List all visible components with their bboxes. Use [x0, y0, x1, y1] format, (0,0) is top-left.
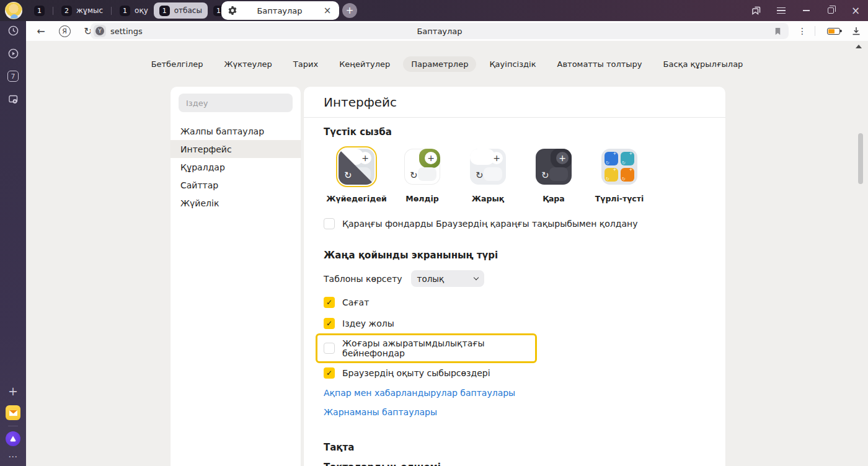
checkbox-label: Браузердің оқыту сыбырсөздері	[342, 368, 490, 378]
nav-extensions[interactable]: Кеңейтулер	[331, 56, 398, 72]
tab-count-badge: 1	[120, 6, 130, 16]
selected-theme-ring: + ↻	[336, 146, 377, 187]
downloads-icon[interactable]	[847, 21, 866, 41]
tab-group-label: отбасы	[174, 6, 202, 15]
checkbox-dark-backgrounds[interactable]	[324, 218, 335, 229]
bookmark-flag-icon[interactable]	[770, 21, 785, 41]
scrollbar-thumb[interactable]	[858, 133, 863, 184]
tableau-label: Таблоны көрсету	[324, 274, 402, 284]
restore-icon[interactable]	[818, 0, 843, 21]
theme-system[interactable]: + ↻ Жүйедегідей	[324, 146, 389, 203]
settings-sections-list: Жалпы баптаулар Интерфейс Құралдар Сайтт…	[170, 122, 301, 212]
kebab-menu-icon[interactable]: ⋮	[795, 21, 810, 41]
toolbar: ← Я ↻ Y settings Баптаулар ⋮	[26, 21, 868, 41]
side-rail: 7 + ⋯	[0, 21, 26, 466]
toolbar-divider	[815, 26, 815, 36]
tab-bar: 1 2 жұмыс 1 оқу 1 отбасы 1 хобби	[0, 0, 868, 21]
sidebar-item-sites[interactable]: Сайттар	[170, 176, 301, 194]
group-separator	[53, 7, 53, 15]
theme-label: Қара	[542, 194, 565, 203]
plus-icon: +	[359, 152, 371, 164]
chevron-down-icon	[473, 275, 478, 280]
refresh-icon: ↻	[344, 170, 352, 181]
sidebar-item-system[interactable]: Жүйелік	[170, 194, 301, 212]
close-tab-icon[interactable]: ×	[322, 5, 333, 16]
ads-settings-link[interactable]: Жарнаманы баптаулары	[324, 407, 706, 417]
new-tab-section-title: Жаңа қойынды экранының түрі	[324, 250, 706, 261]
refresh-icon: ↻	[476, 170, 484, 181]
blue-tile	[604, 152, 618, 165]
close-window-icon[interactable]: ×	[843, 0, 868, 21]
battery-icon[interactable]	[822, 21, 844, 41]
theme-transparent[interactable]: + ↻ Мөлдір	[389, 146, 455, 203]
profile-avatar[interactable]	[5, 2, 22, 19]
hd-video-backgrounds-row-highlighted: Жоғары ажыратымдылықтағы бейнефондар	[316, 333, 537, 363]
new-tab-button[interactable]: +	[342, 3, 357, 18]
plus-icon: +	[425, 152, 437, 164]
yandex-logo-icon[interactable]: Я	[56, 21, 73, 41]
theme-label: Жүйедегідей	[326, 194, 386, 203]
gear-icon	[228, 6, 237, 15]
color-scheme-title: Түстік сызба	[324, 126, 706, 138]
panel-size-title: Тақталардың өлшемі	[324, 462, 706, 466]
checkbox-label: Іздеу жолы	[342, 319, 394, 328]
tableau-select[interactable]: толық	[411, 270, 484, 287]
tab-group-study[interactable]: 1 оқу	[114, 2, 154, 19]
tab-panels-icon[interactable]	[744, 0, 769, 21]
theme-picker: + ↻ Жүйедегідей +	[324, 146, 706, 203]
select-value: толық	[417, 274, 445, 284]
media-play-icon[interactable]	[0, 48, 26, 59]
tab-group-work[interactable]: 2 жұмыс	[56, 2, 108, 19]
minimize-icon[interactable]	[794, 0, 818, 21]
nav-autofill[interactable]: Автоматты толтыру	[549, 56, 650, 72]
history-icon[interactable]	[0, 25, 26, 37]
search-input[interactable]	[179, 94, 293, 112]
tab-group-1[interactable]: 1	[29, 2, 50, 19]
theme-colorful[interactable]: Түрлі-түсті	[587, 146, 652, 203]
checkbox-browser-tips[interactable]: ✓	[324, 367, 335, 379]
tab-group-family[interactable]: 1 отбасы	[154, 2, 208, 19]
theme-label: Түрлі-түсті	[595, 194, 644, 203]
checkbox-clock[interactable]: ✓	[324, 297, 335, 308]
tab-title: Баптаулар	[237, 6, 322, 15]
checkbox-label: Жоғары ажыратымдылықтағы бейнефондар	[342, 338, 529, 358]
theme-dark[interactable]: + ↻ Қара	[521, 146, 587, 203]
alice-assistant-icon[interactable]	[0, 431, 26, 446]
address-bar[interactable]: Y settings Баптаулар	[91, 23, 789, 39]
teal-tile	[621, 152, 634, 165]
add-panel-icon[interactable]: +	[0, 384, 26, 398]
screenshot-icon[interactable]	[0, 93, 26, 105]
more-options-icon[interactable]: ⋯	[0, 451, 26, 462]
plus-icon: +	[490, 152, 503, 164]
interface-settings-card: Интерфейс Түстік сызба + ↻	[304, 87, 725, 466]
theme-light[interactable]: + ↻ Жарық	[455, 146, 521, 203]
checkbox-label: Сағат	[342, 297, 369, 307]
back-icon[interactable]: ←	[32, 21, 50, 41]
sidebar-item-interface[interactable]: Интерфейс	[170, 140, 301, 158]
mail-icon[interactable]	[0, 405, 26, 420]
tab-count-badge: 1	[159, 6, 170, 16]
theme-label: Жарық	[472, 194, 504, 203]
browser-window: 1 2 жұмыс 1 оқу 1 отбасы 1 хобби	[0, 0, 868, 466]
theme-label: Мөлдір	[405, 194, 439, 203]
group-separator	[111, 7, 112, 15]
nav-other-devices[interactable]: Басқа құрылғылар	[655, 56, 751, 72]
news-notifications-settings-link[interactable]: Ақпар мен хабарландырулар баптаулары	[324, 388, 706, 398]
nav-downloads[interactable]: Жүктеулер	[216, 56, 280, 72]
plus-icon: +	[556, 152, 569, 164]
nav-security[interactable]: Қауіпсіздік	[481, 56, 544, 72]
settings-sidebar: Жалпы баптаулар Интерфейс Құралдар Сайтт…	[170, 87, 301, 466]
scroll-up-arrow[interactable]	[856, 45, 862, 48]
panel-section-title: Тақта	[324, 442, 706, 453]
active-tab-settings[interactable]: Баптаулар ×	[221, 1, 339, 20]
menu-icon[interactable]	[769, 0, 794, 21]
widget-7-icon[interactable]: 7	[0, 71, 26, 82]
rail-badge: 7	[7, 71, 19, 82]
sidebar-item-tools[interactable]: Құралдар	[170, 158, 301, 176]
nav-history[interactable]: Тарих	[285, 56, 326, 72]
checkbox-hd-video-backgrounds[interactable]	[324, 343, 335, 354]
nav-settings[interactable]: Параметрлер	[403, 56, 476, 72]
nav-bookmarks[interactable]: Бетбелгілер	[143, 56, 211, 72]
checkbox-search-bar[interactable]: ✓	[324, 318, 335, 329]
sidebar-item-general[interactable]: Жалпы баптаулар	[170, 122, 301, 140]
